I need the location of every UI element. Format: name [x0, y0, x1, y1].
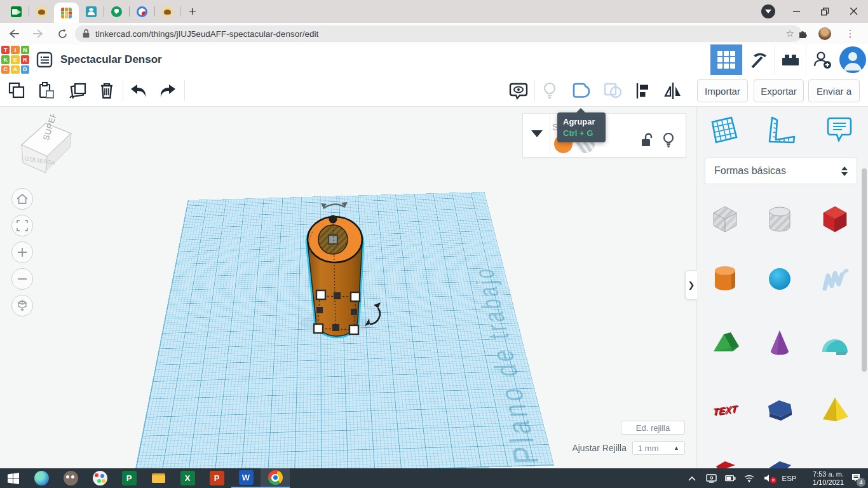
paste-button[interactable] — [34, 79, 57, 102]
mirror-button[interactable] — [661, 79, 684, 102]
taskbar-explorer[interactable] — [144, 468, 173, 488]
zoom-out-button[interactable] — [11, 268, 33, 290]
import-button[interactable]: Importar — [697, 79, 748, 102]
copy-icon — [5, 79, 28, 102]
back-button[interactable] — [5, 25, 23, 43]
reload-icon — [57, 29, 68, 39]
height-handle[interactable] — [329, 215, 337, 224]
corner-scale-handle[interactable] — [316, 290, 325, 299]
tinkercad-logo[interactable]: TIN KER CAD — [0, 44, 31, 75]
send-to-button[interactable]: Enviar a — [808, 79, 860, 102]
toolbar-divider — [534, 80, 535, 101]
sidebar-collapse-button[interactable]: ❯ — [685, 270, 697, 300]
tab-meet[interactable] — [4, 0, 29, 23]
volume-button[interactable]: ✕ — [760, 468, 776, 488]
battery-button[interactable] — [722, 468, 738, 488]
cast-icon — [706, 474, 717, 483]
inspector-collapse-caret[interactable] — [531, 130, 543, 137]
action-center-button[interactable]: 4 — [846, 468, 865, 488]
start-button[interactable] — [0, 468, 27, 488]
maximize-button[interactable] — [811, 0, 839, 23]
top-scale-handle[interactable] — [329, 235, 337, 244]
cast-button[interactable] — [703, 468, 719, 488]
taskbar-word[interactable]: W — [231, 468, 261, 488]
browser-profile-button[interactable] — [754, 0, 782, 23]
wifi-button[interactable] — [741, 468, 757, 488]
show-all-button[interactable] — [507, 79, 530, 102]
invite-button[interactable] — [806, 44, 837, 75]
align-button[interactable] — [631, 79, 654, 102]
duplicate-button[interactable] — [65, 79, 88, 102]
edge-scale-handle[interactable] — [334, 292, 341, 299]
reload-button[interactable] — [53, 25, 71, 43]
taskbar-publisher[interactable]: P — [114, 468, 144, 488]
tab-contacts[interactable] — [79, 0, 104, 23]
undo-button[interactable] — [127, 79, 150, 102]
export-button[interactable]: Exportar — [754, 79, 804, 102]
minimize-button[interactable] — [782, 0, 811, 23]
home-view-button[interactable] — [11, 188, 33, 210]
design-menu-button[interactable] — [36, 51, 53, 68]
hide-button[interactable] — [538, 79, 561, 102]
new-tab-button[interactable]: + — [183, 2, 202, 21]
logo-tile: T — [1, 46, 10, 54]
redo-button[interactable] — [156, 79, 179, 102]
taskbar-excel[interactable]: X — [173, 468, 202, 488]
redo-icon — [156, 79, 179, 102]
lock-toggle[interactable] — [639, 132, 655, 149]
account-avatar[interactable] — [837, 44, 868, 75]
back-icon — [8, 29, 20, 39]
taskbar-chrome-active[interactable] — [261, 468, 290, 488]
tab-emoji-2[interactable] — [155, 0, 180, 23]
tab-currents[interactable] — [130, 0, 154, 23]
rotate-handle-top[interactable] — [323, 204, 345, 208]
dashboard-button[interactable] — [710, 44, 742, 75]
taskbar-powerpoint[interactable]: P — [202, 468, 231, 488]
perspective-toggle-button[interactable] — [11, 295, 33, 316]
forward-button[interactable] — [29, 25, 47, 43]
corner-scale-handle[interactable] — [314, 324, 323, 333]
ungroup-button[interactable] — [600, 79, 623, 102]
language-indicator[interactable]: ESP — [779, 475, 799, 482]
extensions-button[interactable] — [794, 25, 812, 42]
paste-icon — [34, 79, 57, 102]
delete-button[interactable] — [95, 79, 118, 102]
minecraft-export-button[interactable] — [742, 44, 774, 75]
hidden-icons-button[interactable] — [684, 468, 700, 488]
snap-grid-select[interactable]: 1 mm ▲ — [632, 441, 685, 455]
close-button[interactable] — [839, 0, 868, 23]
fit-view-button[interactable] — [11, 215, 33, 236]
visibility-toggle[interactable] — [660, 132, 677, 149]
chevron-down-icon — [761, 4, 775, 18]
browser-menu-button[interactable]: ⋮ — [841, 25, 859, 42]
gimp-icon — [64, 471, 78, 485]
corner-scale-handle[interactable] — [349, 325, 358, 334]
windows-taskbar: P X P W ✕ ESP 7:53 a. m. 1/10/2021 4 — [0, 468, 868, 488]
edge-scale-handle[interactable] — [351, 309, 357, 315]
tab-tinkercad-active[interactable] — [54, 3, 79, 23]
tab-emoji[interactable] — [29, 0, 54, 23]
taskbar-gimp[interactable] — [56, 468, 85, 488]
taskbar-edge[interactable] — [27, 468, 56, 488]
clock[interactable]: 7:53 a. m. 1/10/2021 — [802, 470, 844, 487]
edge-scale-handle[interactable] — [332, 324, 339, 331]
snap-grid-value: 1 mm — [638, 444, 659, 453]
selected-shape-cylinder[interactable] — [300, 202, 381, 336]
group-button[interactable] — [569, 79, 592, 102]
bookmark-star-icon[interactable]: ☆ — [786, 28, 794, 39]
fit-view-icon — [17, 220, 28, 231]
corner-scale-handle[interactable] — [351, 292, 360, 301]
view-cube[interactable]: SUPERIOR IZQUIERDA — [13, 114, 79, 178]
url-field[interactable]: tinkercad.com/things/jIUJ5eudAFF-spectac… — [75, 25, 802, 42]
taskbar-paint3d[interactable] — [85, 468, 114, 488]
browser-avatar[interactable] — [816, 25, 834, 42]
logo-tile: N — [21, 46, 29, 54]
edit-grid-button[interactable]: Ed. rejilla — [621, 421, 685, 435]
header-actions — [710, 44, 868, 75]
home-icon — [16, 193, 29, 205]
tab-hangouts[interactable] — [104, 0, 129, 23]
zoom-in-button[interactable] — [11, 241, 33, 263]
edge-scale-handle[interactable] — [316, 307, 323, 313]
brick-export-button[interactable] — [774, 44, 806, 75]
copy-button[interactable] — [5, 79, 28, 102]
